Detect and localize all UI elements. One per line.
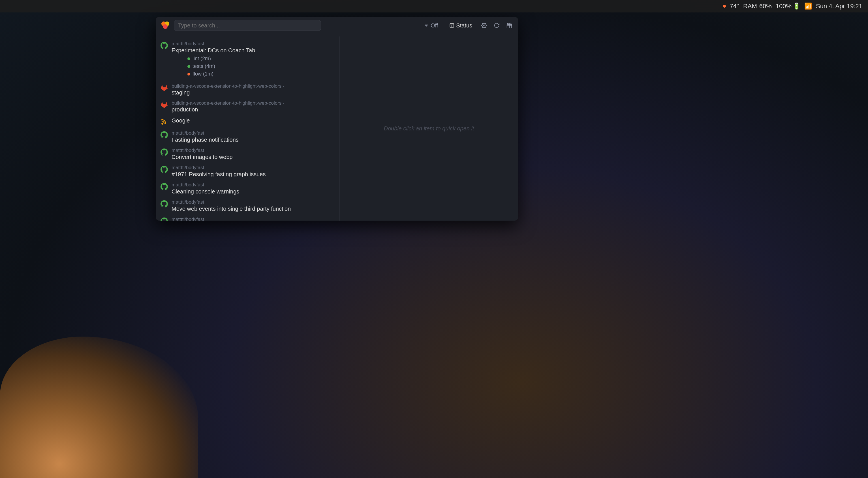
list-item[interactable]: matttti/bodyfast Cleaning console warnin… [156, 180, 339, 197]
github-icon [160, 42, 168, 49]
refresh-button[interactable] [493, 22, 500, 29]
item-title: staging [172, 90, 335, 96]
sub-items: lint (2m) tests (4m) flow (1m) [172, 54, 335, 79]
menubar-temperature: 74° [730, 3, 739, 10]
app-header: Off Status [156, 17, 518, 34]
ci-job-tests[interactable]: tests (4m) [187, 63, 335, 70]
gitlab-icon [160, 101, 168, 109]
item-title: production [172, 106, 335, 113]
list-item[interactable]: matttti/bodyfast Experimental: DCs on Co… [156, 39, 339, 81]
menubar-wifi-dot [723, 5, 726, 8]
menubar-datetime: Sun 4. Apr 19:21 [816, 3, 862, 10]
status-label: Status [456, 22, 472, 29]
item-content: matttti/bodyfast Move web events into si… [172, 199, 335, 212]
svg-point-2 [163, 24, 167, 29]
status-dot-green [187, 58, 190, 60]
right-panel: Double click an item to quick open it [340, 36, 518, 220]
item-title: Convert images to webp [172, 154, 335, 160]
item-title: Cleaning console warnings [172, 189, 335, 195]
item-title: #1971 Resolving fasting graph issues [172, 171, 335, 178]
item-repo: matttti/bodyfast [172, 148, 335, 153]
header-divider [156, 35, 518, 35]
item-title: Fasting phase notifications [172, 137, 335, 143]
menubar: 74° RAM 60% 100% 🔋 📶 Sun 4. Apr 19:21 [0, 0, 868, 12]
list-item[interactable]: matttti/bodyfast Convert images to webp [156, 145, 339, 163]
item-content: matttti/bodyfast Cleaning console warnin… [172, 182, 335, 195]
empty-state-hint: Double click an item to quick open it [383, 125, 474, 132]
item-repo: matttti/bodyfast [172, 199, 335, 205]
item-content: matttti/bodyfast Fasting phase notificat… [172, 130, 335, 143]
search-input[interactable] [174, 20, 321, 31]
list-item[interactable]: matttti/bodyfast #1971 Resolving fasting… [156, 163, 339, 180]
item-title: Move web events into single third party … [172, 206, 335, 212]
menubar-battery: 100% 🔋 [776, 3, 800, 10]
rss-icon [160, 118, 168, 126]
content-area: matttti/bodyfast Experimental: DCs on Co… [156, 36, 518, 220]
ci-job-label: tests (4m) [192, 63, 215, 69]
item-repo: building-a-vscode-extension-to-highlight… [172, 100, 335, 106]
svg-point-9 [484, 25, 485, 26]
ci-job-lint[interactable]: lint (2m) [187, 55, 335, 63]
menubar-wifi: 📶 [804, 3, 812, 10]
item-repo: matttti/bodyfast [172, 182, 335, 188]
item-content: building-a-vscode-extension-to-highlight… [172, 83, 335, 96]
item-repo: matttti/bodyfast [172, 217, 335, 220]
list-item[interactable]: building-a-vscode-extension-to-highlight… [156, 98, 339, 115]
item-content: matttti/bodyfast #1971 Resolving fasting… [172, 165, 335, 178]
header-actions: Off Status [421, 21, 514, 31]
settings-button[interactable] [480, 22, 488, 29]
item-content: matttti/bodyfast Email retargeting [172, 217, 335, 220]
ci-job-label: flow (1m) [192, 71, 213, 77]
filter-button[interactable]: Off [421, 21, 441, 31]
github-icon [160, 183, 168, 191]
filter-label: Off [431, 22, 438, 29]
item-repo: matttti/bodyfast [172, 130, 335, 136]
list-item[interactable]: matttti/bodyfast Move web events into si… [156, 197, 339, 214]
status-button[interactable]: Status [446, 21, 476, 31]
item-content: building-a-vscode-extension-to-highlight… [172, 100, 335, 113]
item-repo: matttti/bodyfast [172, 41, 335, 47]
item-title: Google [172, 117, 335, 124]
item-content: matttti/bodyfast Convert images to webp [172, 148, 335, 160]
app-logo [160, 20, 170, 31]
item-title: Experimental: DCs on Coach Tab [172, 47, 335, 54]
list-item[interactable]: Google [156, 115, 339, 128]
gitlab-icon [160, 84, 168, 92]
list-panel: matttti/bodyfast Experimental: DCs on Co… [156, 36, 340, 220]
list-item[interactable]: matttti/bodyfast Fasting phase notificat… [156, 128, 339, 145]
ci-job-label: lint (2m) [192, 56, 211, 62]
app-window: Off Status [156, 17, 518, 220]
list-item[interactable]: building-a-vscode-extension-to-highlight… [156, 81, 339, 98]
item-content: Google [172, 117, 335, 124]
svg-point-13 [161, 123, 163, 125]
ci-job-flow[interactable]: flow (1m) [187, 70, 335, 78]
github-icon [160, 131, 168, 139]
github-icon [160, 200, 168, 208]
github-icon [160, 166, 168, 173]
menubar-ram: RAM 60% [743, 3, 772, 10]
item-repo: matttti/bodyfast [172, 165, 335, 171]
svg-rect-6 [450, 24, 454, 28]
github-icon [160, 217, 168, 220]
gift-button[interactable] [505, 21, 514, 30]
github-icon [160, 148, 168, 156]
list-item[interactable]: matttti/bodyfast Email retargeting [156, 214, 339, 220]
item-repo: building-a-vscode-extension-to-highlight… [172, 83, 335, 89]
status-dot-green [187, 65, 190, 68]
item-content: matttti/bodyfast Experimental: DCs on Co… [172, 41, 335, 79]
status-dot-orange [187, 73, 190, 75]
